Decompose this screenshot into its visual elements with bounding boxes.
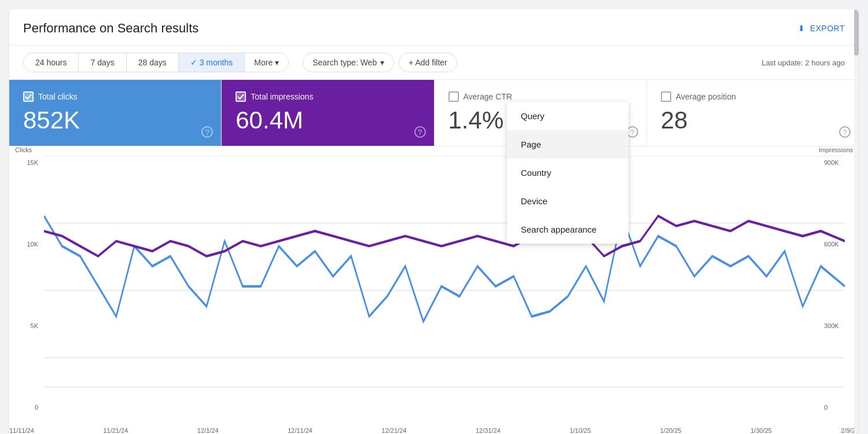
export-icon: ⬇: [798, 24, 806, 33]
toolbar: 24 hours 7 days 28 days ✓ 3 months More …: [9, 46, 859, 80]
metric-ctr-header: Average CTR: [448, 91, 632, 102]
chart-area: Clicks Impressions 15K 10K 5K 0 900K 600…: [9, 146, 859, 434]
performance-card: Performance on Search results ⬇ EXPORT 2…: [9, 9, 859, 434]
add-filter-button[interactable]: + Add filter: [399, 53, 457, 72]
metric-clicks-header: Total clicks: [23, 91, 207, 102]
y-left-15k: 15K: [27, 159, 38, 166]
add-filter-label: + Add filter: [409, 58, 447, 67]
page-title: Performance on Search results: [23, 21, 198, 36]
card-header: Performance on Search results ⬇ EXPORT: [9, 9, 859, 46]
metric-total-clicks[interactable]: Total clicks 852K ?: [9, 80, 222, 146]
y-right-900k: 900K: [824, 159, 839, 166]
filter-dropdown-menu: Query Page Country Device Search appeara…: [507, 102, 628, 244]
dropdown-item-query[interactable]: Query: [507, 102, 628, 130]
y-axis-right-label: Impressions: [819, 146, 853, 153]
position-checkbox: [661, 91, 671, 102]
dropdown-item-device[interactable]: Device: [507, 187, 628, 215]
time-filter-28d[interactable]: 28 days: [127, 53, 179, 72]
clicks-label: Total clicks: [38, 92, 78, 101]
x-date-3: 12/1/24: [197, 427, 219, 434]
x-date-1: 11/11/24: [9, 427, 34, 434]
y-right-300k: 300K: [824, 322, 839, 329]
export-label: EXPORT: [810, 24, 845, 33]
y-left-10k: 10K: [27, 241, 38, 248]
time-filter-7d[interactable]: 7 days: [79, 53, 126, 72]
metric-position-header: Average position: [661, 91, 845, 102]
metrics-row: Total clicks 852K ? Total impressions 60…: [9, 80, 859, 146]
clicks-value: 852K: [23, 106, 207, 134]
y-left-0: 0: [35, 404, 38, 411]
ctr-label: Average CTR: [464, 92, 513, 101]
dropdown-item-search-appearance[interactable]: Search appearance: [507, 215, 628, 244]
x-date-6: 12/31/24: [476, 427, 501, 434]
clicks-help-icon[interactable]: ?: [201, 126, 213, 138]
metric-total-impressions[interactable]: Total impressions 60.4M ?: [222, 80, 434, 146]
x-date-4: 12/11/24: [288, 427, 312, 434]
y-right-600k: 600K: [824, 241, 839, 248]
x-date-5: 12/21/24: [382, 427, 407, 434]
impressions-label: Total impressions: [251, 92, 313, 101]
y-axis-left-label: Clicks: [15, 146, 32, 153]
y-axis-right: 900K 600K 300K 0: [824, 159, 853, 411]
clicks-checkbox: [23, 91, 34, 102]
last-update-label: Last update: 2 hours ago: [762, 58, 845, 67]
y-axis-left: 15K 10K 5K 0: [15, 159, 38, 411]
scrollbar-thumb[interactable]: [854, 9, 859, 56]
x-date-2: 11/21/24: [103, 427, 128, 434]
search-type-chevron-icon: ▾: [380, 58, 384, 67]
y-left-5k: 5K: [31, 322, 38, 329]
search-type-button[interactable]: Search type: Web ▾: [303, 53, 394, 72]
more-chevron-icon: ▾: [275, 58, 279, 67]
filter-group: Search type: Web ▾ + Add filter: [303, 53, 457, 72]
time-filter-3m[interactable]: ✓ 3 months: [179, 53, 245, 72]
dropdown-item-page[interactable]: Page: [507, 130, 628, 159]
export-button[interactable]: ⬇ EXPORT: [798, 24, 845, 33]
x-date-8: 1/20/25: [660, 427, 682, 434]
impressions-value: 60.4M: [236, 106, 420, 134]
impressions-help-icon[interactable]: ?: [414, 126, 426, 138]
impressions-checkbox: [236, 91, 246, 102]
metric-impressions-header: Total impressions: [236, 91, 420, 102]
main-container: Performance on Search results ⬇ EXPORT 2…: [0, 0, 868, 434]
time-filter-group: 24 hours 7 days 28 days ✓ 3 months More …: [23, 53, 289, 72]
chart-svg: [44, 156, 845, 427]
time-filter-24h[interactable]: 24 hours: [24, 53, 79, 72]
x-date-7: 1/10/25: [569, 427, 591, 434]
position-help-icon[interactable]: ?: [839, 126, 851, 138]
scrollbar-track[interactable]: [854, 9, 859, 434]
dropdown-item-country[interactable]: Country: [507, 159, 628, 187]
ctr-checkbox: [448, 91, 459, 102]
active-checkmark: ✓: [190, 58, 200, 67]
position-value: 28: [661, 106, 845, 134]
search-type-label: Search type: Web: [312, 58, 377, 67]
y-right-0: 0: [824, 404, 827, 411]
metric-avg-position[interactable]: Average position 28 ?: [647, 80, 859, 146]
time-filter-more[interactable]: More ▾: [245, 53, 288, 72]
position-label: Average position: [676, 92, 736, 101]
x-axis: 11/11/24 11/21/24 12/1/24 12/11/24 12/21…: [9, 427, 859, 434]
x-date-9: 1/30/25: [751, 427, 772, 434]
